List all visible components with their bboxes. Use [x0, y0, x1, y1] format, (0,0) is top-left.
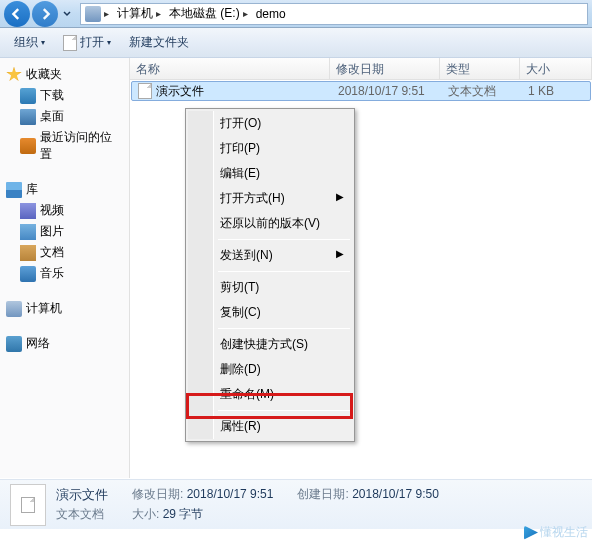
file-date: 2018/10/17 9:51 [338, 84, 425, 98]
address-bar[interactable]: ▸ 计算机 ▸ 本地磁盘 (E:) ▸ demo [80, 3, 588, 25]
menu-send-to[interactable]: 发送到(N)▶ [188, 243, 352, 268]
computer-icon [85, 6, 101, 22]
back-button[interactable] [4, 1, 30, 27]
sidebar-label: 网络 [26, 335, 50, 352]
chevron-down-icon: ▾ [41, 38, 45, 47]
sidebar-item-documents[interactable]: 文档 [2, 242, 127, 263]
sidebar-label: 库 [26, 181, 38, 198]
watermark: 懂视生活 [524, 524, 588, 541]
document-icon [20, 245, 36, 261]
column-name[interactable]: 名称 [130, 58, 330, 79]
submenu-arrow-icon: ▶ [336, 248, 344, 259]
breadcrumb-folder[interactable]: demo [252, 4, 290, 24]
sidebar-network[interactable]: 网络 [2, 333, 127, 354]
menu-cut[interactable]: 剪切(T) [188, 275, 352, 300]
sidebar-item-music[interactable]: 音乐 [2, 263, 127, 284]
toolbar-label: 新建文件夹 [129, 34, 189, 51]
submenu-arrow-icon: ▶ [336, 191, 344, 202]
menu-open-with[interactable]: 打开方式(H)▶ [188, 186, 352, 211]
sidebar-item-label: 最近访问的位置 [40, 129, 123, 163]
chevron-down-icon [63, 10, 71, 18]
organize-button[interactable]: 组织 ▾ [6, 31, 53, 54]
details-type: 文本文档 [56, 506, 108, 523]
file-row[interactable]: 演示文件 2018/10/17 9:51 文本文档 1 KB [131, 81, 591, 101]
menu-separator [218, 239, 350, 240]
sidebar-item-pictures[interactable]: 图片 [2, 221, 127, 242]
column-date[interactable]: 修改日期 [330, 58, 440, 79]
menu-print[interactable]: 打印(P) [188, 136, 352, 161]
menu-restore-previous[interactable]: 还原以前的版本(V) [188, 211, 352, 236]
recent-icon [20, 138, 36, 154]
sidebar-item-desktop[interactable]: 桌面 [2, 106, 127, 127]
menu-separator [218, 410, 350, 411]
toolbar-label: 打开 [80, 34, 104, 51]
details-pane: 演示文件 修改日期: 2018/10/17 9:51 创建日期: 2018/10… [0, 479, 592, 529]
menu-copy[interactable]: 复制(C) [188, 300, 352, 325]
file-icon [138, 83, 152, 99]
file-icon [63, 35, 77, 51]
menu-open[interactable]: 打开(O) [188, 111, 352, 136]
breadcrumb-root[interactable]: ▸ [81, 4, 113, 24]
breadcrumb-separator-icon: ▸ [104, 8, 109, 19]
sidebar-computer[interactable]: 计算机 [2, 298, 127, 319]
sidebar-item-videos[interactable]: 视频 [2, 200, 127, 221]
watermark-text: 懂视生活 [540, 524, 588, 541]
sidebar-item-label: 音乐 [40, 265, 64, 282]
new-folder-button[interactable]: 新建文件夹 [121, 31, 197, 54]
details-modified-value: 2018/10/17 9:51 [187, 487, 274, 501]
sidebar-item-label: 图片 [40, 223, 64, 240]
details-filename: 演示文件 [56, 486, 108, 504]
computer-icon [6, 301, 22, 317]
sidebar-favorites[interactable]: 收藏夹 [2, 64, 127, 85]
details-created-label: 创建日期: [297, 487, 348, 501]
sidebar: 收藏夹 下载 桌面 最近访问的位置 库 视频 图片 文档 音乐 计算机 [0, 58, 130, 478]
menu-create-shortcut[interactable]: 创建快捷方式(S) [188, 332, 352, 357]
toolbar-label: 组织 [14, 34, 38, 51]
menu-delete[interactable]: 删除(D) [188, 357, 352, 382]
sidebar-label: 收藏夹 [26, 66, 62, 83]
menu-edit[interactable]: 编辑(E) [188, 161, 352, 186]
breadcrumb-label: 计算机 [117, 5, 153, 22]
nav-buttons [4, 1, 74, 27]
sidebar-item-label: 下载 [40, 87, 64, 104]
star-icon [6, 67, 22, 83]
file-thumbnail [10, 484, 46, 526]
file-type: 文本文档 [448, 83, 496, 100]
sidebar-item-downloads[interactable]: 下载 [2, 85, 127, 106]
menu-properties[interactable]: 属性(R) [188, 414, 352, 439]
arrow-right-icon [39, 8, 51, 20]
column-type[interactable]: 类型 [440, 58, 520, 79]
sidebar-item-recent[interactable]: 最近访问的位置 [2, 127, 127, 165]
breadcrumb-label: demo [256, 7, 286, 21]
sidebar-item-label: 视频 [40, 202, 64, 219]
column-size[interactable]: 大小 [520, 58, 592, 79]
toolbar: 组织 ▾ 打开 ▾ 新建文件夹 [0, 28, 592, 58]
sidebar-libraries[interactable]: 库 [2, 179, 127, 200]
library-icon [6, 182, 22, 198]
breadcrumb-label: 本地磁盘 (E:) [169, 5, 240, 22]
open-button[interactable]: 打开 ▾ [55, 31, 119, 54]
breadcrumb-computer[interactable]: 计算机 ▸ [113, 4, 165, 24]
music-icon [20, 266, 36, 282]
column-headers: 名称 修改日期 类型 大小 [130, 58, 592, 80]
menu-separator [218, 328, 350, 329]
sidebar-item-label: 文档 [40, 244, 64, 261]
file-name: 演示文件 [156, 83, 204, 100]
download-icon [20, 88, 36, 104]
file-size: 1 KB [528, 84, 554, 98]
breadcrumb-drive[interactable]: 本地磁盘 (E:) ▸ [165, 4, 252, 24]
breadcrumb-separator-icon: ▸ [243, 8, 248, 19]
network-icon [6, 336, 22, 352]
forward-button[interactable] [32, 1, 58, 27]
details-created-value: 2018/10/17 9:50 [352, 487, 439, 501]
desktop-icon [20, 109, 36, 125]
sidebar-item-label: 桌面 [40, 108, 64, 125]
menu-separator [218, 271, 350, 272]
details-size-label: 大小: [132, 507, 159, 521]
breadcrumb-separator-icon: ▸ [156, 8, 161, 19]
arrow-left-icon [11, 8, 23, 20]
menu-rename[interactable]: 重命名(M) [188, 382, 352, 407]
details-size-value: 29 字节 [163, 507, 204, 521]
nav-history-dropdown[interactable] [60, 1, 74, 27]
details-modified-label: 修改日期: [132, 487, 183, 501]
